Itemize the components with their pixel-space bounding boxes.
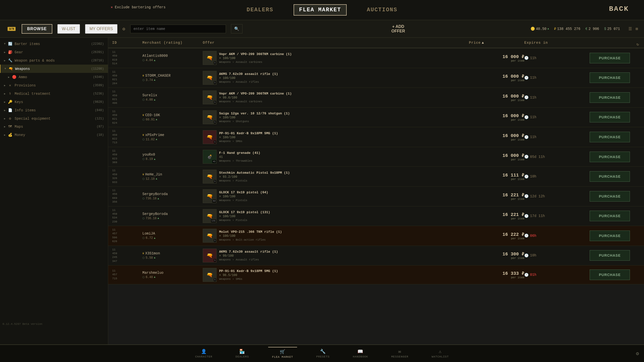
merchant-rating: ⬡ 5.50 ▲: [142, 256, 203, 260]
sidebar-item-gear[interactable]: ▶ 🎒 Gear (26391): [0, 48, 108, 56]
nav-item-character[interactable]: 👤 CHARACTER: [191, 347, 216, 360]
offer-count: × 100/100: [219, 136, 278, 139]
search-button[interactable]: 🔍: [231, 24, 243, 33]
table-row[interactable]: 11456669356 SergeyBoroda ⬡ 736.18 ▲ 🔫64 …: [108, 187, 644, 206]
item-thumbnail: 🔫64: [203, 189, 217, 203]
offer-name: Stechkin Automatic Pistol 9x18PM (1): [219, 171, 290, 175]
sidebar-count-keys: (9828): [93, 100, 104, 104]
clock-icon: 🕐: [524, 194, 529, 198]
table-row[interactable]: 11459821264 ♛ STORM_CHASER ⬡ 3.74 ▲ 🔫1 A…: [108, 68, 644, 88]
merchant-cell: ♛ HeHe_Jin ⬡ 12.18 ▲: [142, 172, 203, 181]
id-cell: 11459326933: [112, 169, 142, 184]
table-row[interactable]: 11458534230 SergeyBoroda ⬡ 736.18 ▲ 🔫131…: [108, 206, 644, 226]
sidebar-item-special[interactable]: ▶ ⚙ Special equipment (121): [0, 114, 108, 123]
table-row[interactable]: 11457715 Marshmeluo ⬡ 6.48 ▲ 🔫1 PP-91-01…: [108, 265, 644, 284]
expires-cell: 🕐 11h: [524, 76, 590, 80]
table-row[interactable]: 11459822713 ♛ xPSxPrime ⬡ 11.02 ▲ 🔫1 PP-…: [108, 127, 644, 147]
gear-icon[interactable]: ⚙: [123, 26, 125, 32]
weapons-icon: 🔫: [8, 67, 13, 71]
price-cell: 16 000 ₽ per item: [469, 133, 524, 141]
table-row[interactable]: 11459245347 ♛ X3S1mon ⬡ 5.50 ▲ 🔫1 AKMS 7…: [108, 246, 644, 266]
merchant-rating: ⬡ 60.91 ▲: [142, 118, 203, 121]
add-offer-button[interactable]: + ADD OFFER: [391, 24, 405, 33]
close-icon[interactable]: ✕: [111, 5, 113, 9]
offer-count: × 98.5/100: [219, 274, 278, 277]
top-navigation: DEALERS FLEA MARKET AUCTIONS BACK ✕ Excl…: [0, 0, 644, 20]
offer-name: PP-91-01 Kedr-B 9x18PM SMG (1): [219, 131, 278, 135]
purchase-button[interactable]: PURCHASE: [590, 72, 630, 83]
rating-value: 736.18: [146, 217, 156, 220]
price-unit: per item: [511, 198, 524, 201]
nav-item-dealers[interactable]: 🏪 DEALERS: [231, 347, 253, 360]
browse-button[interactable]: BROWSE: [22, 24, 52, 34]
search-input[interactable]: [130, 25, 226, 33]
rating-icon: ⬡: [142, 79, 145, 82]
price-amount: 16 000 ₽: [503, 133, 524, 138]
version-label: 0.12.4.5297 Beta version: [3, 323, 42, 326]
nav-item-watchlist[interactable]: ⚠ WATCHLIST: [428, 347, 453, 360]
offer-info: Stechkin Automatic Pistol 9x18PM (1) × 9…: [219, 171, 290, 182]
messenger-icon: ✉: [398, 349, 401, 354]
purchase-button[interactable]: PURCHASE: [590, 191, 630, 202]
settings-icon[interactable]: ⚙: [636, 350, 639, 357]
purchase-button[interactable]: PURCHASE: [590, 132, 630, 142]
tab-auctions[interactable]: AUCTIONS: [362, 5, 403, 15]
sidebar-item-info[interactable]: ▶ 📄 Info items (848): [0, 106, 108, 114]
nav-item-presets[interactable]: 🔧 PRESETS: [312, 347, 334, 360]
grid-view-button[interactable]: ⊞: [634, 25, 639, 32]
offer-name: PP-91-01 Kedr-B 9x18PM SMG (1): [219, 269, 278, 273]
table-row[interactable]: 11459823369 youRx0 ⬡ 8.19 ▲ 💣41 F-1 Hand…: [108, 147, 644, 167]
price-unit: per item: [511, 59, 524, 62]
sidebar-item-weapons[interactable]: ▼ 🔫 Weapons (11200): [0, 65, 108, 73]
nav-item-handbook[interactable]: 📖 HANDBOOK: [349, 347, 372, 360]
nav-item-messenger[interactable]: ✉ MESSENGER: [387, 347, 412, 360]
chevron-right-icon-4: ▶: [4, 84, 6, 87]
purchase-button[interactable]: PURCHASE: [590, 152, 630, 162]
purchase-button[interactable]: PURCHASE: [590, 269, 630, 280]
exclude-barter-toggle[interactable]: ✕ Exclude bartering offers: [111, 5, 166, 9]
offer-info: AKMS 7.62x39 assault rifle (1) × 100/100…: [219, 72, 278, 83]
id-cell: 11459821624: [112, 110, 142, 125]
refresh-button[interactable]: ↻: [636, 42, 639, 47]
tab-dealers[interactable]: DEALERS: [242, 5, 278, 15]
purchase-button[interactable]: PURCHASE: [590, 92, 630, 103]
sidebar-item-maps[interactable]: ▶ 🗺 Maps (87): [0, 123, 108, 131]
rating-up-icon: ▲: [154, 79, 155, 81]
table-row[interactable]: 11459819514 Atlantis8000 ⬡ 4.84 ▲ 🔫1 Vep…: [108, 48, 644, 68]
offer-count: × 100/100: [219, 195, 268, 198]
eur-amount: 2 906: [589, 27, 599, 31]
sidebar-count-provisions: (3599): [93, 84, 104, 87]
purchase-button[interactable]: PURCHASE: [590, 250, 630, 261]
table-row[interactable]: 11459821496 Surelix ⬡ 4.00 ▲ 🔫1 Vepr AKM…: [108, 88, 644, 108]
sidebar-item-barter[interactable]: ▼ 🔄 Barter items (22302): [0, 40, 108, 48]
barter-icon: 🔄: [8, 42, 13, 46]
table-row[interactable]: 11459821624 ♛ CEO-10K ⬡ 60.91 ▲ 🔫1 Saiga…: [108, 108, 644, 127]
sidebar-item-weapon-parts[interactable]: ▶ 🔧 Weapon parts & mods (28716): [0, 56, 108, 65]
sidebar-item-money[interactable]: ▶ 💰 Money (18): [0, 131, 108, 139]
sidebar-item-ammo[interactable]: ▶ 🔴 Ammo (6346): [0, 73, 108, 81]
provisions-icon: ✕: [8, 83, 13, 87]
offer-info: F-1 Hand grenade (41) 41 Weapons › Throw…: [219, 151, 260, 162]
purchase-button[interactable]: PURCHASE: [590, 231, 630, 241]
my-offers-button[interactable]: MY OFFERS: [85, 24, 117, 34]
col-price[interactable]: Price ▲: [469, 41, 524, 45]
tab-flea-market[interactable]: FLEA MARKET: [294, 4, 347, 16]
sidebar-item-provisions[interactable]: ▶ ✕ Provisions (3599): [0, 81, 108, 89]
sidebar: ▼ 🔄 Barter items (22302) ▶ 🎒 Gear (26391…: [0, 38, 108, 344]
list-view-button[interactable]: ☰: [627, 25, 633, 32]
table-row[interactable]: 11457596626 LomiJA ⬡ 6.72 ▲ 🔫1 Molot VPO…: [108, 226, 644, 246]
clock-icon: 🕐: [524, 174, 529, 179]
table-row[interactable]: 11459326933 ♛ HeHe_Jin ⬡ 12.18 ▲ 🔫1 Stec…: [108, 167, 644, 187]
purchase-button[interactable]: PURCHASE: [590, 112, 630, 122]
purchase-button[interactable]: PURCHASE: [590, 211, 630, 221]
wlist-button[interactable]: W-LIST: [57, 24, 80, 34]
sidebar-item-keys[interactable]: ▶ 🔑 Keys (9828): [0, 98, 108, 106]
purchase-button[interactable]: PURCHASE: [590, 171, 630, 182]
id-cell: 11459821496: [112, 90, 142, 105]
purchase-button[interactable]: PURCHASE: [590, 53, 630, 63]
back-button[interactable]: BACK: [609, 5, 629, 13]
item-thumbnail: 🔫131: [203, 209, 217, 223]
sidebar-item-medical[interactable]: ▶ ⚕ Medical treatment (5236): [0, 89, 108, 98]
merchant-cell: ♛ STORM_CHASER ⬡ 3.74 ▲: [142, 74, 203, 82]
nav-item-flea-market[interactable]: 🛒 FLEA MARKET: [268, 347, 297, 360]
